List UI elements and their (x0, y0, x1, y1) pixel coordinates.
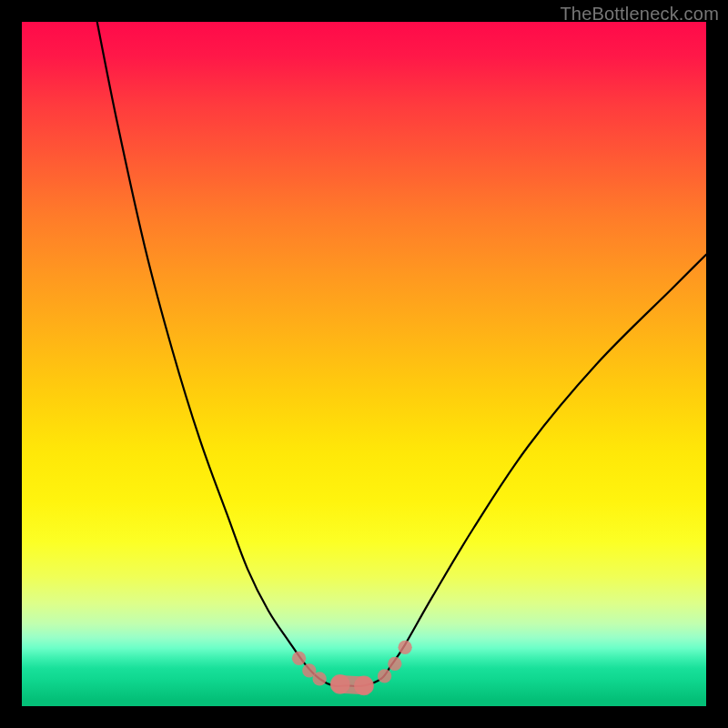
curve-marker (330, 674, 350, 694)
curve-layer (22, 22, 706, 706)
curve-marker (398, 641, 411, 654)
plot-area (22, 22, 706, 706)
marker-group (292, 641, 412, 696)
bottleneck-curve (97, 22, 706, 686)
curve-marker (292, 652, 306, 665)
curve-marker (312, 672, 326, 685)
app-frame: TheBottleneck.com (0, 0, 728, 728)
curve-marker (388, 657, 401, 671)
curve-marker (378, 669, 391, 682)
curve-marker (354, 676, 374, 696)
